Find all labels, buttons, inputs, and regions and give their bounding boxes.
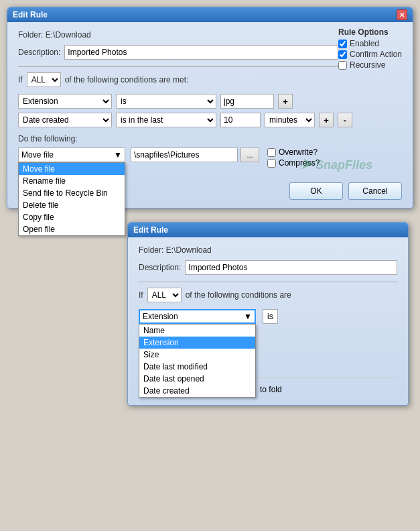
units-select[interactable]: minutes hours days	[265, 113, 315, 127]
edit-rule-window-2: Edit Rule Folder: E:\Download Descriptio…	[127, 222, 409, 406]
edit-rule-window-1: Edit Rule ✕ Rule Options Enabled Confirm…	[7, 7, 413, 209]
folder-label: Folder:	[18, 30, 43, 40]
enabled-label: Enabled	[350, 39, 379, 48]
overwrite-label: Overwrite?	[279, 148, 318, 157]
add-condition-2-btn[interactable]: +	[319, 113, 334, 127]
description-input-2[interactable]	[185, 260, 397, 275]
ext-option-date-modified[interactable]: Date last modified	[139, 361, 255, 373]
if-label: If	[18, 75, 23, 84]
ok-button[interactable]: OK	[289, 182, 343, 200]
divider-1	[18, 66, 338, 67]
description-line: Description:	[18, 45, 338, 60]
action-select-display[interactable]: Move file ▼	[18, 148, 125, 162]
value-input-2[interactable]	[220, 113, 261, 127]
ext-dropdown-menu: Name Extension Size Date last modified D…	[139, 324, 256, 398]
is-label-display: is	[263, 309, 278, 324]
recursive-checkbox[interactable]	[338, 61, 347, 70]
field-select-2[interactable]: Date created Name Extension Size Date la…	[18, 113, 112, 127]
action-option-rename[interactable]: Rename file	[19, 175, 125, 187]
ext-option-date-opened[interactable]: Date last opened	[139, 373, 255, 385]
window-title-2: Edit Rule	[133, 225, 168, 235]
titlebar-1: Edit Rule ✕	[7, 7, 413, 22]
action-dropdown-container: Move file ▼ Move file Rename file Send f…	[18, 148, 125, 162]
condition-row-ext: Extension ▼ Name Extension Size Date las…	[139, 309, 397, 324]
operator-select-1[interactable]: is is not contains	[116, 94, 216, 109]
window-content-1: Rule Options Enabled Confirm Action Recu…	[7, 22, 413, 208]
overwrite-row: Overwrite?	[267, 148, 320, 157]
operator-select-2[interactable]: is in the last is before is after	[116, 113, 216, 127]
path-container: ...	[131, 148, 259, 162]
description-input[interactable]	[64, 45, 338, 60]
ext-dropdown-arrow: ▼	[244, 312, 252, 321]
of-following-label-2: of the following conditions are	[186, 290, 291, 300]
folder-label-2: Folder:	[139, 245, 163, 255]
action-option-recycle[interactable]: Send file to Recycle Bin	[19, 187, 125, 199]
value-input-1[interactable]	[220, 94, 274, 109]
close-button-1[interactable]: ✕	[397, 9, 407, 20]
recursive-row: Recursive	[338, 60, 402, 70]
folder-path: E:\Download	[46, 30, 91, 40]
ext-option-name[interactable]: Name	[139, 324, 255, 337]
window-content-2: Folder: E:\Download Description: If ALL …	[128, 237, 408, 405]
confirm-row: Confirm Action	[338, 50, 402, 59]
ext-selected-label: Extension	[143, 312, 244, 321]
ext-option-size[interactable]: Size	[139, 349, 255, 361]
compress-checkbox[interactable]	[267, 159, 276, 168]
ext-option-date-created[interactable]: Date created	[139, 385, 255, 397]
ext-option-extension[interactable]: Extension	[139, 337, 255, 349]
remove-condition-2-btn[interactable]: -	[338, 113, 352, 127]
condition-header-2: If ALL ANY of the following conditions a…	[139, 288, 397, 302]
do-section: Do the following: Move file ▼ Move file …	[18, 134, 402, 168]
rule-options-title: Rule Options	[338, 27, 402, 37]
recursive-label: Recursive	[350, 60, 385, 70]
do-row: Move file ▼ Move file Rename file Send f…	[18, 148, 402, 168]
ext-dropdown-container: Extension ▼ Name Extension Size Date las…	[139, 309, 256, 324]
enabled-checkbox[interactable]	[338, 40, 347, 48]
enabled-row: Enabled	[338, 39, 402, 48]
compress-label: Compress?	[279, 158, 320, 168]
condition-row-1: Extension Name Size Date last modified D…	[18, 94, 402, 109]
all-select-2[interactable]: ALL ANY	[147, 288, 182, 302]
action-option-delete[interactable]: Delete file	[19, 199, 125, 211]
action-option-move[interactable]: Move file	[19, 163, 125, 175]
overwrite-checkbox[interactable]	[267, 148, 276, 157]
add-condition-1-btn[interactable]: +	[278, 94, 293, 109]
options-panel: Overwrite? Compress?	[267, 148, 320, 168]
ext-select-display[interactable]: Extension ▼	[139, 309, 256, 324]
condition-row-2: Date created Name Extension Size Date la…	[18, 113, 402, 127]
confirm-checkbox[interactable]	[338, 50, 347, 59]
divider-2	[139, 282, 397, 282]
folder-path-2: E:\Download	[166, 245, 212, 255]
do-label: Do the following:	[18, 134, 402, 143]
action-selected-label: Move file	[21, 150, 114, 160]
condition-header: If ALL ANY of the following conditions a…	[18, 72, 402, 87]
cancel-button[interactable]: Cancel	[348, 182, 402, 200]
confirm-label: Confirm Action	[350, 50, 402, 59]
action-option-copy[interactable]: Copy file	[19, 211, 125, 223]
field-select-1[interactable]: Extension Name Size Date last modified D…	[18, 94, 112, 109]
description-line-2: Description:	[139, 260, 397, 275]
if-label-2: If	[139, 290, 143, 300]
folder-line-2: Folder: E:\Download	[139, 245, 397, 255]
of-following-label: of the following conditions are met:	[65, 75, 189, 84]
browse-button[interactable]: ...	[240, 148, 259, 162]
all-select[interactable]: ALL ANY	[27, 72, 61, 87]
window-title-1: Edit Rule	[13, 10, 48, 19]
to-fold-label: to fold	[260, 385, 282, 394]
is-label: is	[267, 312, 273, 321]
description-label: Description:	[18, 48, 60, 57]
rule-options-panel: Rule Options Enabled Confirm Action Recu…	[338, 27, 402, 71]
action-dropdown-arrow: ▼	[114, 150, 122, 160]
action-dropdown-menu: Move file Rename file Send file to Recyc…	[18, 162, 125, 236]
titlebar-2: Edit Rule	[128, 223, 408, 237]
path-input[interactable]	[131, 148, 238, 162]
compress-row: Compress?	[267, 158, 320, 168]
description-label-2: Description:	[139, 263, 181, 272]
action-option-open[interactable]: Open file	[19, 223, 125, 235]
